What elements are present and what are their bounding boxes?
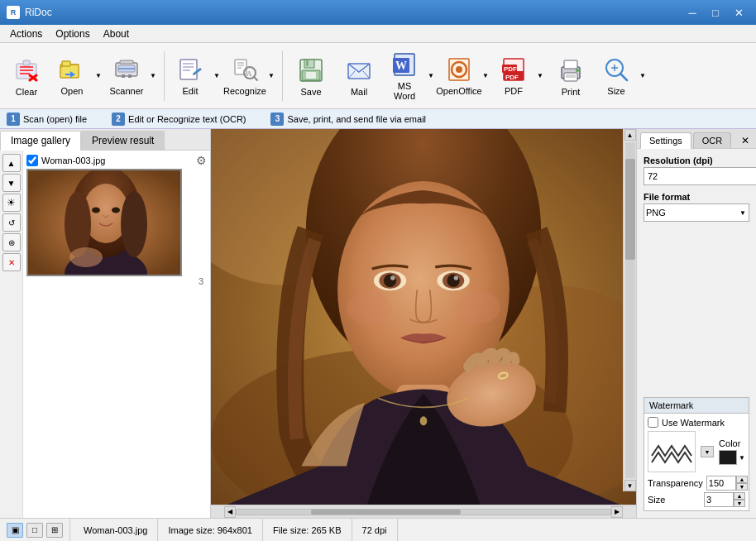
clear-button[interactable]: Clear <box>3 47 50 105</box>
gallery-tool-delete[interactable]: ✕ <box>2 253 21 271</box>
svg-rect-14 <box>128 74 132 78</box>
mail-icon <box>344 55 374 85</box>
status-dpi: 72 dpi <box>352 519 398 541</box>
minimize-button[interactable]: ─ <box>682 4 703 21</box>
msword-icon: W <box>391 51 418 79</box>
recognize-label: Recognize <box>223 86 266 96</box>
gallery-tool-down[interactable]: ▼ <box>2 174 21 192</box>
step-2-num: 2 <box>112 113 125 126</box>
svg-text:PDF: PDF <box>505 74 519 81</box>
right-panel-close[interactable]: ✕ <box>738 132 753 148</box>
v-scrollbar-track <box>625 142 635 478</box>
openoffice-button[interactable]: OpenOffice <box>438 47 480 105</box>
save-label: Save <box>300 87 321 97</box>
menu-options[interactable]: Options <box>49 25 96 42</box>
gallery-tool-filter[interactable]: ⊛ <box>2 233 21 251</box>
size-up[interactable]: ▲ <box>734 492 745 500</box>
recognize-arrow-button[interactable]: ▼ <box>266 47 277 105</box>
h-scroll-left[interactable]: ◀ <box>224 506 236 518</box>
v-scrollbar: ▲ ▼ <box>623 129 636 491</box>
resolution-label: Resolution (dpi) <box>644 156 749 165</box>
close-button[interactable]: ✕ <box>728 4 749 21</box>
pdf-button[interactable]: PDF PDF PDF <box>493 47 534 105</box>
recognize-icon: A <box>232 56 258 84</box>
svg-point-65 <box>69 247 103 267</box>
fileformat-select[interactable]: PNG JPEG TIFF BMP <box>644 203 749 222</box>
h-scroll-right[interactable]: ▶ <box>611 506 623 518</box>
h-scrollbar-thumb[interactable] <box>311 510 461 515</box>
pdf-button-group: PDF PDF PDF ▼ <box>493 47 546 105</box>
maximize-button[interactable]: □ <box>705 4 726 21</box>
open-button[interactable]: Open <box>51 47 93 105</box>
color-arrow[interactable]: ▼ <box>739 454 745 462</box>
size-down[interactable]: ▼ <box>734 500 745 507</box>
transparency-down[interactable]: ▼ <box>736 483 748 491</box>
left-panel-content: ▲ ▼ ☀ ↺ ⊛ ✕ Woman-003.jpg ⚙ <box>0 151 210 518</box>
save-button[interactable]: Save <box>288 47 334 105</box>
print-icon <box>556 55 586 85</box>
gallery-item-checkbox[interactable] <box>26 155 38 166</box>
gallery-item-name: Woman-003.jpg <box>41 156 193 165</box>
fileformat-select-wrap: PNG JPEG TIFF BMP <box>644 203 749 222</box>
svg-line-53 <box>620 74 627 80</box>
watermark-header: Watermark <box>644 398 749 414</box>
tab-image-gallery[interactable]: Image gallery <box>0 131 81 151</box>
mail-button[interactable]: Mail <box>336 47 382 105</box>
gallery-tool-brightness[interactable]: ☀ <box>2 194 21 212</box>
edit-button[interactable]: Edit <box>170 47 211 105</box>
msword-button-group: W MS Word ▼ <box>384 47 437 105</box>
title-controls: ─ □ ✕ <box>682 4 749 21</box>
step-3-text: Save, print, and send file via email <box>287 114 426 124</box>
open-arrow-button[interactable]: ▼ <box>93 47 104 105</box>
v-scrollbar-thumb[interactable] <box>625 159 635 260</box>
size-button[interactable]: Size <box>596 47 637 105</box>
edit-arrow-button[interactable]: ▼ <box>211 47 222 105</box>
step-1: 1 Scan (open) file <box>7 113 87 126</box>
pdf-label: PDF <box>505 86 523 96</box>
separator-2 <box>282 51 283 101</box>
svg-point-85 <box>420 416 428 425</box>
scanner-label: Scanner <box>110 86 144 96</box>
open-button-group: Open ▼ <box>51 47 104 105</box>
image-scroll-area[interactable]: ▲ ▼ <box>211 129 636 505</box>
use-watermark-checkbox[interactable] <box>648 417 658 428</box>
size-arrow-button[interactable]: ▼ <box>637 47 648 105</box>
step-1-text: Scan (open) file <box>23 114 87 124</box>
openoffice-arrow-button[interactable]: ▼ <box>480 47 491 105</box>
view-actual-button[interactable]: □ <box>26 523 43 538</box>
gallery-thumb[interactable] <box>26 169 182 276</box>
svg-point-82 <box>455 291 500 323</box>
gallery-item-settings-icon[interactable]: ⚙ <box>196 154 207 167</box>
color-label: Color <box>719 438 745 448</box>
v-scroll-up[interactable]: ▲ <box>624 129 636 141</box>
msword-arrow-button[interactable]: ▼ <box>425 47 437 105</box>
view-grid-button[interactable]: ⊞ <box>46 523 63 538</box>
msword-button[interactable]: W MS Word <box>384 47 425 105</box>
pdf-arrow-button[interactable]: ▼ <box>534 47 546 105</box>
menu-actions[interactable]: Actions <box>3 25 49 42</box>
gallery-tool-rotate[interactable]: ↺ <box>2 213 21 232</box>
scanner-button[interactable]: Scanner <box>106 47 147 105</box>
tab-settings[interactable]: Settings <box>640 132 691 149</box>
v-scroll-down[interactable]: ▼ <box>624 480 636 491</box>
fileformat-section: File format PNG JPEG TIFF BMP <box>644 192 749 222</box>
view-fit-button[interactable]: ▣ <box>7 523 23 538</box>
gallery-item-header: Woman-003.jpg ⚙ <box>26 154 207 167</box>
print-button[interactable]: Print <box>548 47 594 105</box>
tab-ocr[interactable]: OCR <box>693 132 731 148</box>
watermark-section: Watermark Use Watermark ▼ <box>644 397 749 511</box>
menu-about[interactable]: About <box>97 25 136 42</box>
openoffice-label: OpenOffice <box>436 86 481 96</box>
transparency-up[interactable]: ▲ <box>736 476 748 483</box>
scanner-arrow-button[interactable]: ▼ <box>147 47 159 105</box>
recognize-button[interactable]: A Recognize <box>224 47 266 105</box>
edit-label: Edit <box>183 86 199 96</box>
steps-bar: 1 Scan (open) file 2 Edit or Recognize t… <box>0 109 756 129</box>
color-swatch[interactable] <box>719 450 737 465</box>
tab-preview-result[interactable]: Preview result <box>81 131 165 150</box>
watermark-preview <box>648 431 696 472</box>
openoffice-icon <box>446 56 472 84</box>
resolution-input[interactable] <box>644 167 756 185</box>
watermark-dropdown-button[interactable]: ▼ <box>701 446 714 457</box>
gallery-tool-up[interactable]: ▲ <box>2 154 21 172</box>
